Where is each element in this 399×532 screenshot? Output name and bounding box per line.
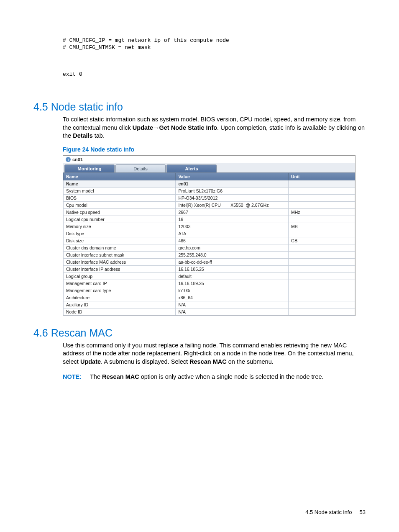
table-cell-value: 466 <box>176 237 289 244</box>
table-row: Node IDN/A <box>64 308 355 315</box>
table-cell-name: Node ID <box>64 308 176 315</box>
table-cell-unit <box>289 187 355 194</box>
table-cell-name: Logical cpu number <box>64 216 176 223</box>
text: tab. <box>93 132 105 139</box>
table-cell-name: Disk size <box>64 237 176 244</box>
table-cell-unit <box>289 194 355 201</box>
note-row: NOTE: The Rescan MAC option is only acti… <box>63 373 366 380</box>
table-cell-unit <box>289 251 355 258</box>
table-cell-name: System model <box>64 187 176 194</box>
tab-row: Monitoring Details Alerts <box>63 163 355 173</box>
table-cell-value: lo100i <box>176 287 289 294</box>
bold-update: Update <box>80 358 101 365</box>
table-cell-name: Cpu model <box>64 201 176 208</box>
table-cell-value: gre.hp.com <box>176 244 289 251</box>
table-cell-name: Name <box>64 180 176 187</box>
table-cell-value: 16.16.185.25 <box>176 265 289 272</box>
column-header-value[interactable]: Value <box>176 173 289 180</box>
info-icon: i <box>66 157 71 162</box>
table-cell-name: Cluster interface MAC address <box>64 258 176 265</box>
table-cell-unit <box>289 180 355 187</box>
table-cell-unit <box>289 301 355 308</box>
figure-caption: Figure 24 Node static info <box>63 146 366 153</box>
section-heading-node-static-info: 4.5 Node static info <box>33 101 366 113</box>
table-row: Native cpu speed2667MHz <box>64 208 355 216</box>
table-cell-value: N/A <box>176 308 289 315</box>
table-cell-unit <box>289 280 355 287</box>
table-cell-value: N/A <box>176 301 289 308</box>
table-cell-name: Native cpu speed <box>64 208 176 216</box>
table-cell-value: cn01 <box>176 180 289 187</box>
table-cell-name: Memory size <box>64 223 176 230</box>
table-row: Cluster interface subnet mask255.255.248… <box>64 251 355 258</box>
table-cell-value: HP-O34-03/15/2012 <box>176 194 289 201</box>
table-cell-name: Management card type <box>64 287 176 294</box>
table-row: Management card typelo100i <box>64 287 355 294</box>
table-cell-value: ATA <box>176 230 289 237</box>
table-row: Cluster interface MAC addressaa-bb-cc-dd… <box>64 258 355 265</box>
page-number: 53 <box>360 509 366 515</box>
table-cell-value: x86_64 <box>176 294 289 301</box>
table-cell-unit <box>289 294 355 301</box>
footer-title: 4.5 Node static info <box>305 509 352 515</box>
table-cell-unit: MB <box>289 223 355 230</box>
table-cell-value: 12003 <box>176 223 289 230</box>
note-label: NOTE: <box>63 373 82 380</box>
bold-get-node: Get Node Static Info <box>159 124 217 131</box>
table-cell-name: Auxiliary ID <box>64 301 176 308</box>
bold-rescan-mac: Rescan MAC <box>189 358 227 365</box>
table-cell-name: Cluster dns domain name <box>64 244 176 251</box>
paragraph: To collect static information such as sy… <box>63 116 366 140</box>
table-cell-name: Cluster interface subnet mask <box>64 251 176 258</box>
window-title: cn01 <box>72 157 83 162</box>
tab-details[interactable]: Details <box>115 164 166 172</box>
table-cell-name: BIOS <box>64 194 176 201</box>
table-row: Cluster dns domain namegre.hp.com <box>64 244 355 251</box>
window-title-bar: i cn01 <box>63 156 355 163</box>
section-heading-rescan-mac: 4.6 Rescan MAC <box>33 327 366 339</box>
code-line: exit 0 <box>63 71 366 78</box>
table-row: BIOSHP-O34-03/15/2012 <box>64 194 355 201</box>
table-cell-name: Disk type <box>64 230 176 237</box>
table-cell-value: 255.255.248.0 <box>176 251 289 258</box>
table-row: Management card IP16.16.189.25 <box>64 280 355 287</box>
text: The <box>90 373 102 380</box>
table-cell-name: Architecture <box>64 294 176 301</box>
code-block: # CMU_RCFG_IP = mgt network ip of this c… <box>63 23 366 93</box>
table-cell-unit <box>289 216 355 223</box>
table-cell-value: Intel(R) Xeon(R) CPU X5550 @ 2.67GHz <box>176 201 289 208</box>
table-cell-name: Management card IP <box>64 280 176 287</box>
table-row: Cpu modelIntel(R) Xeon(R) CPU X5550 @ 2.… <box>64 201 355 208</box>
table-cell-unit <box>289 308 355 315</box>
bold-details: Details <box>73 132 93 139</box>
page-footer: 4.5 Node static info 53 <box>305 509 366 515</box>
table-row: Namecn01 <box>64 180 355 187</box>
table-cell-unit <box>289 287 355 294</box>
table-row: Cluster interface IP address16.16.185.25 <box>64 265 355 272</box>
table-cell-unit: GB <box>289 237 355 244</box>
table-row: Logical groupdefault <box>64 272 355 280</box>
table-cell-unit: MHz <box>289 208 355 216</box>
table-row: Disk typeATA <box>64 230 355 237</box>
bold-rescan-mac: Rescan MAC <box>102 373 139 380</box>
table-cell-unit <box>289 258 355 265</box>
paragraph: Use this command only if you must replac… <box>63 342 366 366</box>
tab-alerts[interactable]: Alerts <box>166 164 217 172</box>
table-cell-name: Cluster interface IP address <box>64 265 176 272</box>
table-cell-value: ProLiant SL2x170z G6 <box>176 187 289 194</box>
text: . A submenu is displayed. Select <box>101 358 189 365</box>
table-row: Memory size12003MB <box>64 223 355 230</box>
figure-node-static-info: i cn01 Monitoring Details Alerts Name Va… <box>63 155 356 316</box>
table-cell-value: 2667 <box>176 208 289 216</box>
tab-monitoring[interactable]: Monitoring <box>64 164 115 172</box>
column-header-name[interactable]: Name <box>64 173 176 180</box>
table-cell-unit <box>289 265 355 272</box>
column-header-unit[interactable]: Unit <box>289 173 355 180</box>
text: option is only active when a single node… <box>139 373 324 380</box>
bold-update: Update <box>133 124 153 131</box>
table-cell-value: default <box>176 272 289 280</box>
table-row: Architecturex86_64 <box>64 294 355 301</box>
table-cell-unit <box>289 201 355 208</box>
table-row: Logical cpu number16 <box>64 216 355 223</box>
table-cell-unit <box>289 230 355 237</box>
